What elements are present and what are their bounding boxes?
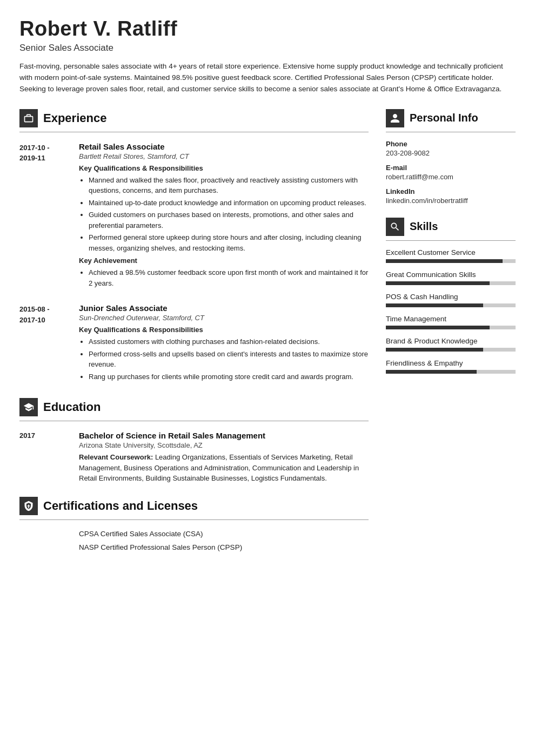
- candidate-name: Robert V. Ratliff: [19, 17, 516, 40]
- skill-bar-bg-5: [386, 370, 516, 374]
- skill-bar-bg-4: [386, 348, 516, 352]
- edu-entry-1: 2017 Bachelor of Science in Retail Sales…: [19, 431, 369, 484]
- skill-bar-fill-5: [386, 370, 477, 374]
- edu-year-1: 2017: [19, 431, 79, 484]
- edu-degree-1: Bachelor of Science in Retail Sales Mana…: [79, 431, 369, 440]
- right-column: Personal Info Phone 203-208-9082 E-mail …: [386, 109, 516, 387]
- skill-item-0: Excellent Customer Service: [386, 248, 516, 263]
- skill-bar-fill-0: [386, 259, 503, 263]
- personal-info-header: Personal Info: [386, 109, 516, 127]
- exp-bullet-1-2: Maintained up-to-date product knowledge …: [89, 198, 369, 208]
- skill-item-1: Great Communication Skills: [386, 271, 516, 285]
- exp-entry-1: 2017-10 - 2019-11 Retail Sales Associate…: [19, 142, 369, 292]
- exp-bullets-2: Assisted customers with clothing purchas…: [79, 336, 369, 382]
- certifications-header: Certifications and Licenses: [19, 497, 369, 515]
- candidate-summary: Fast-moving, personable sales associate …: [19, 61, 516, 95]
- experience-icon: [19, 109, 38, 127]
- exp-bullet-2-1: Assisted customers with clothing purchas…: [89, 336, 369, 347]
- skill-bar-bg-1: [386, 281, 516, 285]
- exp-keyqual-label-1: Key Qualifications & Responsibilities: [79, 164, 369, 172]
- linkedin-item: LinkedIn linkedin.com/in/robertratliff: [386, 187, 516, 205]
- skills-icon: [386, 218, 404, 236]
- exp-bullet-1-3: Guided customers on purchases based on i…: [89, 210, 369, 231]
- exp-bullets-1: Manned and walked the sales floor, proac…: [79, 175, 369, 254]
- email-item: E-mail robert.ratliff@me.com: [386, 164, 516, 181]
- exp-keyqual-label-2: Key Qualifications & Responsibilities: [79, 326, 369, 334]
- skills-header: Skills: [386, 218, 516, 236]
- skill-name-5: Friendliness & Empathy: [386, 359, 516, 367]
- exp-entry-2: 2015-08 - 2017-10 Junior Sales Associate…: [19, 303, 369, 385]
- education-header: Education: [19, 398, 369, 416]
- skill-name-3: Time Management: [386, 315, 516, 323]
- certifications-list: CPSA Certified Sales Associate (CSA) NAS…: [19, 530, 369, 551]
- education-title: Education: [43, 400, 101, 414]
- exp-company-1: Bartlett Retail Stores, Stamford, CT: [79, 152, 369, 160]
- skills-title: Skills: [410, 220, 438, 233]
- personal-info-section: Personal Info Phone 203-208-9082 E-mail …: [386, 109, 516, 205]
- edu-coursework-label-1: Relevant Coursework:: [79, 453, 153, 461]
- personal-info-divider: [386, 132, 516, 132]
- phone-value: 203-208-9082: [386, 149, 516, 157]
- edu-coursework-1: Relevant Coursework: Leading Organizatio…: [79, 452, 369, 484]
- email-label: E-mail: [386, 164, 516, 172]
- education-icon: [19, 398, 38, 416]
- edu-school-1: Arizona State University, Scottsdale, AZ: [79, 441, 369, 449]
- skill-bar-bg-3: [386, 326, 516, 329]
- left-column: Experience 2017-10 - 2019-11 Retail Sale…: [19, 109, 369, 564]
- exp-jobtitle-2: Junior Sales Associate: [79, 303, 369, 313]
- skill-bar-fill-2: [386, 303, 483, 307]
- exp-achievement-label-1: Key Achievement: [79, 256, 369, 265]
- exp-company-2: Sun-Drenched Outerwear, Stamford, CT: [79, 314, 369, 322]
- certifications-divider: [19, 519, 369, 520]
- email-value: robert.ratliff@me.com: [386, 173, 516, 181]
- skill-name-4: Brand & Product Knowledge: [386, 337, 516, 345]
- skill-item-4: Brand & Product Knowledge: [386, 337, 516, 352]
- certifications-title: Certifications and Licenses: [43, 499, 198, 513]
- exp-bullet-1-1: Manned and walked the sales floor, proac…: [89, 175, 369, 196]
- experience-header: Experience: [19, 109, 369, 127]
- exp-bullet-1-4: Performed general store upkeep during st…: [89, 232, 369, 253]
- certifications-section: Certifications and Licenses CPSA Certifi…: [19, 497, 369, 551]
- exp-bullet-2-2: Performed cross-sells and upsells based …: [89, 349, 369, 370]
- exp-achievement-1: Achieved a 98.5% customer feedback score…: [79, 267, 369, 288]
- personal-info-title: Personal Info: [410, 112, 478, 124]
- main-layout: Experience 2017-10 - 2019-11 Retail Sale…: [19, 109, 516, 564]
- cert-item-1: CPSA Certified Sales Associate (CSA): [79, 530, 369, 538]
- exp-bullet-2-3: Rang up purchases for clients while prom…: [89, 372, 369, 382]
- skill-name-0: Excellent Customer Service: [386, 248, 516, 256]
- education-section: Education 2017 Bachelor of Science in Re…: [19, 398, 369, 484]
- cert-item-2: NASP Certified Professional Sales Person…: [79, 543, 369, 551]
- exp-dates-2: 2015-08 - 2017-10: [19, 303, 79, 385]
- skill-bar-fill-3: [386, 326, 490, 329]
- skill-bar-bg-0: [386, 259, 516, 263]
- skill-bar-bg-2: [386, 303, 516, 307]
- skill-item-2: POS & Cash Handling: [386, 293, 516, 307]
- phone-label: Phone: [386, 140, 516, 148]
- skill-name-1: Great Communication Skills: [386, 271, 516, 279]
- experience-section: Experience 2017-10 - 2019-11 Retail Sale…: [19, 109, 369, 386]
- experience-divider: [19, 132, 369, 132]
- skill-item-5: Friendliness & Empathy: [386, 359, 516, 374]
- exp-content-2: Junior Sales Associate Sun-Drenched Oute…: [79, 303, 369, 385]
- linkedin-value: linkedin.com/in/robertratliff: [386, 197, 516, 205]
- exp-dates-1: 2017-10 - 2019-11: [19, 142, 79, 292]
- skill-bar-fill-4: [386, 348, 483, 352]
- experience-title: Experience: [43, 111, 106, 125]
- skills-divider: [386, 240, 516, 241]
- skill-item-3: Time Management: [386, 315, 516, 329]
- exp-achievement-item-1: Achieved a 98.5% customer feedback score…: [89, 267, 369, 288]
- personal-info-icon: [386, 109, 404, 127]
- linkedin-label: LinkedIn: [386, 187, 516, 195]
- skill-bar-fill-1: [386, 281, 490, 285]
- skill-name-2: POS & Cash Handling: [386, 293, 516, 301]
- skills-section: Skills Excellent Customer Service Great …: [386, 218, 516, 374]
- phone-item: Phone 203-208-9082: [386, 140, 516, 157]
- edu-content-1: Bachelor of Science in Retail Sales Mana…: [79, 431, 369, 484]
- exp-jobtitle-1: Retail Sales Associate: [79, 142, 369, 151]
- exp-content-1: Retail Sales Associate Bartlett Retail S…: [79, 142, 369, 292]
- certifications-icon: [19, 497, 38, 515]
- resume-header: Robert V. Ratliff Senior Sales Associate…: [19, 17, 516, 95]
- candidate-title: Senior Sales Associate: [19, 43, 516, 53]
- education-divider: [19, 421, 369, 421]
